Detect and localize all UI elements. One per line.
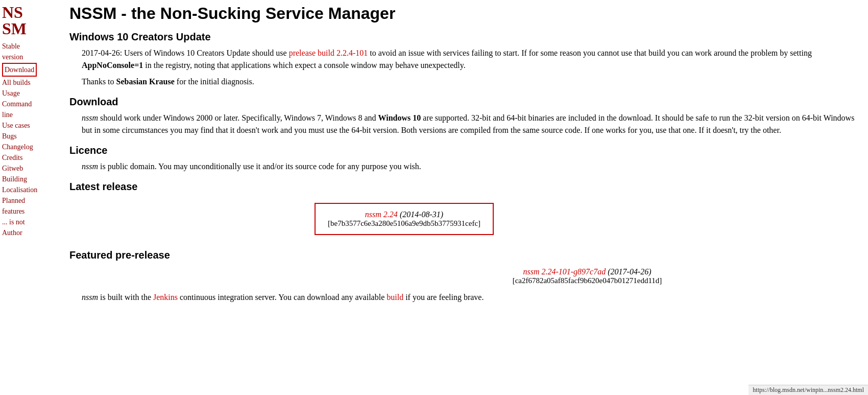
windows10-para2: Thanks to Sebasian Krause for the initia… — [82, 76, 860, 88]
jenkins-nssm-italic: nssm — [82, 293, 98, 301]
latest-release-box: nssm 2.24 (2014-08-31) [be7b3577c6e3a280… — [315, 203, 494, 235]
download-heading: Download — [69, 96, 860, 108]
sidebar-item-planned-features[interactable]: Plannedfeatures — [2, 195, 59, 217]
windows10-para1-end: in the registry, noting that application… — [143, 61, 466, 69]
sidebar-item-all-builds[interactable]: All builds — [2, 77, 59, 88]
sidebar-item-download[interactable]: Download — [2, 63, 37, 77]
download-para: nssm should work under Windows 2000 or l… — [82, 112, 860, 136]
latest-release-heading: Latest release — [69, 181, 860, 193]
page-title: NSSM - the Non-Sucking Service Manager — [69, 4, 860, 23]
windows10-heading: Windows 10 Creators Update — [69, 31, 860, 43]
thanks-suffix: for the initial diagnosis. — [175, 77, 254, 86]
licence-para-text: is public domain. You may unconditionall… — [98, 162, 421, 171]
jenkins-middle1: is built with the — [98, 293, 153, 301]
sidebar-item-credits[interactable]: Credits — [2, 152, 59, 163]
sidebar-item-building[interactable]: Building — [2, 174, 59, 184]
prerelease-box: nssm 2.24-101-g897c7ad (2017-04-26) [ca2… — [315, 267, 860, 285]
sidebar-item-author[interactable]: Author — [2, 227, 59, 238]
site-logo: NSSM — [2, 4, 59, 37]
download-nssm-italic: nssm — [82, 113, 98, 122]
sidebar-item-changelog[interactable]: Changelog — [2, 142, 59, 152]
appnoconsole-text: AppNoConsole=1 — [82, 61, 143, 69]
sidebar-item-is-not[interactable]: ... is not — [2, 217, 59, 227]
main-content: NSSM - the Non-Sucking Service Manager W… — [61, 0, 868, 395]
licence-nssm-italic: nssm — [82, 162, 98, 171]
jenkins-para: nssm is built with the Jenkins continuou… — [82, 291, 860, 304]
sidebar-item-command-line[interactable]: Commandline — [2, 99, 59, 120]
sidebar-item-use-cases[interactable]: Use cases — [2, 120, 59, 131]
sidebar-item-stable[interactable]: Stableversion — [2, 41, 59, 62]
windows10-bold: Windows 10 — [378, 113, 421, 122]
prerelease-link[interactable]: nssm 2.24-101-g897c7ad — [523, 267, 606, 276]
prerelease-name-row: nssm 2.24-101-g897c7ad (2017-04-26) — [315, 267, 860, 276]
licence-para: nssm is public domain. You may unconditi… — [82, 160, 860, 173]
jenkins-middle2: continuous integration server. You can d… — [178, 293, 387, 301]
jenkins-suffix: if you are feeling brave. — [403, 293, 484, 301]
prerelease-heading: Featured pre-release — [69, 249, 860, 261]
sidebar-item-gitweb[interactable]: Gitweb — [2, 163, 59, 174]
download-para-text: should work under Windows 2000 or later.… — [98, 113, 378, 122]
latest-release-date: (2014-08-31) — [398, 210, 443, 219]
build-link[interactable]: build — [387, 293, 403, 301]
prerelease-name: nssm 2.24-101-g897c7ad — [523, 267, 606, 276]
windows10-para1: 2017-04-26: Users of Windows 10 Creators… — [82, 47, 860, 72]
latest-release-name: nssm 2.24 — [365, 210, 398, 219]
sidebar-item-bugs[interactable]: Bugs — [2, 131, 59, 142]
prerelease-hash: [ca2f6782a05af85facf9b620e047b01271edd11… — [315, 276, 860, 285]
sidebar-item-localisation[interactable]: Localisation — [2, 184, 59, 195]
status-url: https://blog.msdn.net/winpin...nssm2.24.… — [753, 386, 864, 393]
jenkins-link[interactable]: Jenkins — [153, 293, 178, 301]
sidebar-item-usage[interactable]: Usage — [2, 88, 59, 99]
latest-release-hash: [be7b3577c6e3a280e5106a9e9db5b3775931cef… — [328, 219, 480, 228]
prelease-link[interactable]: prelease build 2.2.4-101 — [289, 49, 368, 57]
windows10-para1-prefix: 2017-04-26: Users of Windows 10 Creators… — [82, 49, 289, 57]
latest-release-link[interactable]: nssm 2.24 — [365, 210, 398, 219]
status-bar: https://blog.msdn.net/winpin...nssm2.24.… — [749, 385, 868, 395]
latest-release-name-row: nssm 2.24 (2014-08-31) — [328, 210, 480, 219]
sidebar: NSSM Stableversion Download All builds U… — [0, 0, 61, 395]
licence-heading: Licence — [69, 145, 860, 156]
windows10-para1-suffix: to avoid an issue with services failing … — [368, 49, 812, 57]
prerelease-date: (2017-04-26) — [606, 267, 651, 276]
sebasian-name: Sebasian Krause — [116, 77, 175, 86]
thanks-prefix: Thanks to — [82, 77, 116, 86]
